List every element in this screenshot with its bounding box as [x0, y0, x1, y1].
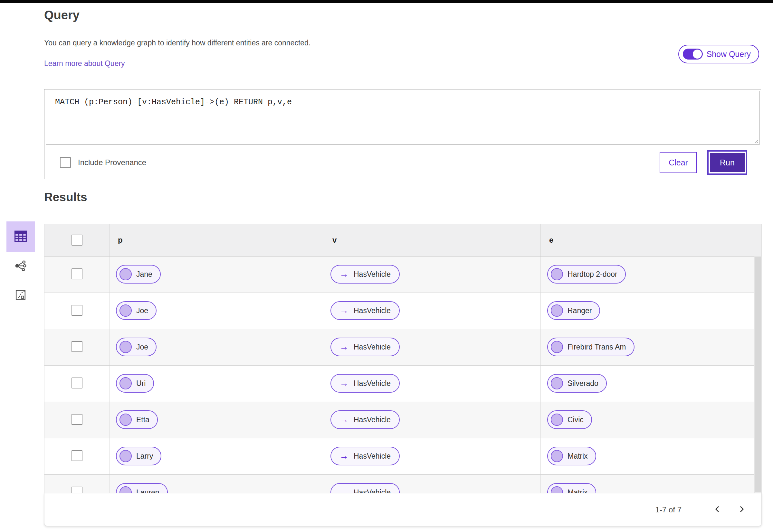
resize-handle-icon[interactable]	[753, 139, 759, 144]
entity-pill[interactable]: Hardtop 2-door	[547, 265, 626, 284]
entity-pill[interactable]: Matrix	[547, 447, 596, 465]
node-circle-icon	[119, 268, 132, 280]
node-circle-icon	[119, 414, 132, 426]
results-title: Results	[44, 191, 87, 204]
node-circle-icon	[551, 304, 563, 317]
query-text: MATCH (p:Person)-[v:HasVehicle]->(e) RET…	[46, 91, 759, 113]
entity-pill[interactable]: Etta	[116, 410, 158, 429]
relationship-label: HasVehicle	[354, 488, 391, 493]
run-button[interactable]: Run	[710, 153, 745, 172]
table-row: Lauren → HasVehicle Matrix	[44, 475, 761, 493]
relationship-label: HasVehicle	[354, 452, 391, 461]
row-checkbox[interactable]	[71, 450, 82, 461]
results-view-switcher	[6, 221, 35, 310]
window-top-edge	[0, 0, 773, 3]
chevron-left-icon	[713, 505, 722, 514]
select-all-checkbox[interactable]	[71, 235, 82, 246]
chevron-right-icon	[738, 505, 746, 514]
node-circle-icon	[119, 377, 132, 389]
pagination-range-label: 1-7 of 7	[656, 505, 682, 514]
entity-label: Civic	[567, 415, 584, 424]
entity-pill[interactable]: Larry	[116, 447, 161, 465]
entity-label: Uri	[136, 379, 145, 388]
row-checkbox[interactable]	[71, 487, 82, 493]
learn-more-link[interactable]: Learn more about Query	[44, 59, 125, 68]
entity-pill[interactable]: Joe	[116, 338, 156, 356]
table-body: Jane → HasVehicle Hardtop 2-door Joe	[44, 257, 761, 493]
entity-pill[interactable]: Joe	[116, 301, 156, 320]
entity-label: Silverado	[567, 379, 599, 388]
entity-label: Matrix	[567, 488, 588, 493]
entity-pill[interactable]: Silverado	[547, 374, 607, 393]
table-row: Joe → HasVehicle Ranger	[44, 293, 761, 329]
arrow-right-icon: →	[340, 306, 349, 315]
relationship-pill[interactable]: → HasVehicle	[331, 447, 400, 465]
row-checkbox[interactable]	[71, 268, 82, 279]
query-editor-card: MATCH (p:Person)-[v:HasVehicle]->(e) RET…	[44, 89, 761, 179]
graph-view-button[interactable]	[6, 252, 35, 281]
results-table: p v e Jane → HasVehicle Hardtop 2-door	[44, 224, 762, 493]
column-header-p[interactable]: p	[109, 224, 324, 256]
table-row: Jane → HasVehicle Hardtop 2-door	[44, 257, 761, 293]
relationship-pill[interactable]: → HasVehicle	[331, 338, 400, 356]
table-pagination-bar: 1-7 of 7	[44, 493, 762, 526]
arrow-right-icon: →	[340, 342, 349, 351]
row-checkbox[interactable]	[71, 341, 82, 352]
relationship-pill[interactable]: → HasVehicle	[331, 374, 400, 393]
relationship-pill[interactable]: → HasVehicle	[331, 301, 400, 320]
row-checkbox[interactable]	[71, 378, 82, 388]
include-provenance-checkbox[interactable]	[60, 157, 71, 168]
entity-label: Etta	[136, 415, 149, 424]
column-header-e[interactable]: e	[541, 224, 761, 256]
row-checkbox[interactable]	[71, 305, 82, 316]
entity-pill[interactable]: Matrix	[547, 483, 596, 493]
scrollbar-thumb[interactable]	[755, 257, 761, 492]
table-row: Uri → HasVehicle Silverado	[44, 366, 761, 402]
table-view-button[interactable]	[6, 221, 35, 252]
entity-pill[interactable]: Uri	[116, 374, 154, 393]
query-actions-bar: Include Provenance Clear Run	[46, 146, 759, 179]
chart-view-button[interactable]	[6, 281, 35, 310]
include-provenance-label: Include Provenance	[78, 158, 146, 167]
arrow-right-icon: →	[340, 270, 349, 279]
page-title: Query	[44, 8, 79, 22]
table-header-row: p v e	[44, 224, 761, 257]
clear-button[interactable]: Clear	[660, 152, 697, 173]
relationship-pill[interactable]: → HasVehicle	[331, 410, 400, 429]
arrow-right-icon: →	[340, 488, 349, 493]
entity-pill[interactable]: Firebird Trans Am	[547, 338, 635, 356]
row-checkbox[interactable]	[71, 414, 82, 425]
entity-label: Joe	[136, 343, 148, 351]
node-circle-icon	[551, 341, 563, 353]
entity-label: Larry	[136, 452, 153, 461]
table-icon	[14, 229, 28, 245]
entity-pill[interactable]: Ranger	[547, 301, 600, 320]
query-textarea[interactable]: MATCH (p:Person)-[v:HasVehicle]->(e) RET…	[46, 91, 759, 145]
relationship-pill[interactable]: → HasVehicle	[331, 483, 400, 493]
show-query-toggle-button[interactable]: Show Query	[678, 45, 759, 63]
table-scrollbar[interactable]	[754, 256, 761, 493]
entity-label: Lauren	[136, 488, 159, 493]
table-row: Etta → HasVehicle Civic	[44, 402, 761, 438]
entity-label: Ranger	[567, 306, 592, 315]
next-page-button[interactable]	[734, 502, 749, 517]
node-circle-icon	[119, 341, 132, 353]
entity-pill[interactable]: Jane	[116, 265, 161, 284]
entity-pill[interactable]: Lauren	[116, 483, 168, 493]
node-circle-icon	[119, 304, 132, 317]
relationship-label: HasVehicle	[354, 343, 391, 351]
entity-pill[interactable]: Civic	[547, 410, 592, 429]
relationship-label: HasVehicle	[354, 270, 391, 279]
entity-label: Hardtop 2-door	[567, 270, 618, 279]
toggle-switch[interactable]	[683, 49, 703, 60]
results-table-card: p v e Jane → HasVehicle Hardtop 2-door	[44, 224, 762, 526]
node-circle-icon	[551, 486, 563, 493]
relationship-pill[interactable]: → HasVehicle	[331, 265, 400, 284]
entity-label: Firebird Trans Am	[567, 343, 626, 351]
arrow-right-icon: →	[340, 379, 349, 388]
show-query-label: Show Query	[706, 50, 751, 59]
previous-page-button[interactable]	[710, 502, 725, 517]
entity-label: Jane	[136, 270, 152, 279]
column-header-v[interactable]: v	[324, 224, 541, 256]
entity-label: Matrix	[567, 452, 588, 461]
